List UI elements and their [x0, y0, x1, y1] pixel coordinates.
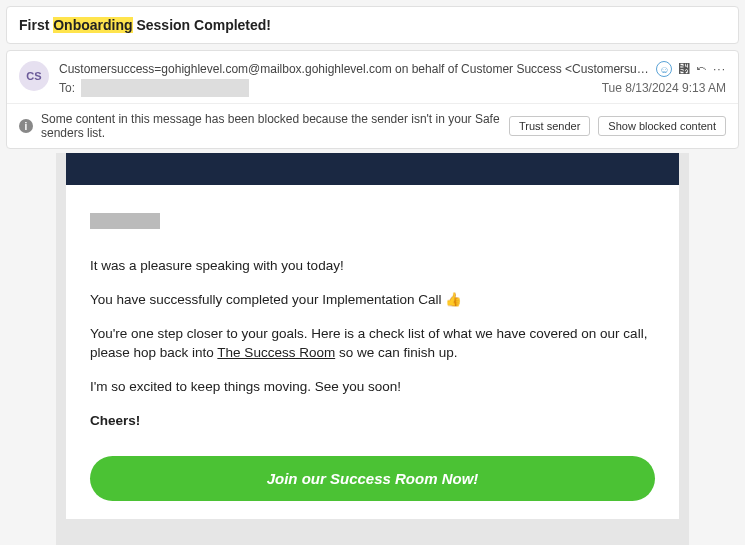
sender-row: CS Customersuccess=gohighlevel.com@mailb… — [7, 51, 738, 103]
message-actions[interactable]: ␩ ⤺ ··· — [678, 62, 726, 76]
to-recipient-redacted — [81, 79, 249, 97]
email-timestamp: Tue 8/13/2024 9:13 AM — [602, 81, 726, 95]
email-content: It was a pleasure speaking with you toda… — [66, 185, 679, 519]
email-outer: It was a pleasure speaking with you toda… — [56, 153, 689, 545]
info-icon: i — [19, 119, 33, 133]
sender-info: Customersuccess=gohighlevel.com@mailbox.… — [59, 61, 726, 97]
email-body: It was a pleasure speaking with you toda… — [6, 153, 739, 545]
success-room-link[interactable]: The Success Room — [217, 345, 335, 360]
join-success-room-button[interactable]: Join our Success Room Now! — [90, 456, 655, 501]
paragraph-closing: I'm so excited to keep things moving. Se… — [90, 378, 655, 396]
to-label: To: — [59, 81, 75, 95]
paragraph-completion: You have successfully completed your Imp… — [90, 291, 655, 309]
sender-text: Customersuccess=gohighlevel.com@mailbox.… — [59, 62, 650, 76]
trust-sender-button[interactable]: Trust sender — [509, 116, 590, 136]
email-header: CS Customersuccess=gohighlevel.com@mailb… — [6, 50, 739, 149]
blocked-message: Some content in this message has been bl… — [41, 112, 501, 140]
thumbs-up-icon: 👍 — [445, 292, 462, 307]
email-banner — [66, 153, 679, 185]
email-subject: First Onboarding Session Completed! — [6, 6, 739, 44]
paragraph-checklist: You're one step closer to your goals. He… — [90, 325, 655, 361]
paragraph-signoff: Cheers! — [90, 412, 655, 430]
subject-prefix: First — [19, 17, 53, 33]
subject-suffix: Session Completed! — [133, 17, 271, 33]
logo-redacted — [90, 213, 160, 229]
paragraph-greeting: It was a pleasure speaking with you toda… — [90, 257, 655, 275]
blocked-content-bar: i Some content in this message has been … — [7, 103, 738, 148]
subject-highlight: Onboarding — [53, 17, 132, 33]
smiley-icon[interactable]: ☺ — [656, 61, 672, 77]
avatar: CS — [19, 61, 49, 91]
show-blocked-content-button[interactable]: Show blocked content — [598, 116, 726, 136]
